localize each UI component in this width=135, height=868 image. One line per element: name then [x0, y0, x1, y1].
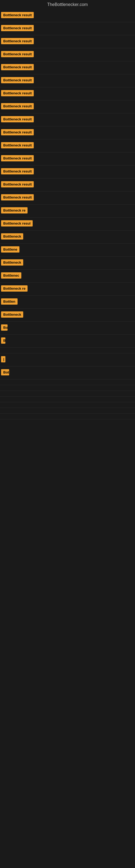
- list-item: [0, 414, 135, 420]
- list-item: Bottleneck result: [0, 48, 135, 61]
- list-item: |: [0, 353, 135, 367]
- bottleneck-result-label: Bottleneck result: [1, 142, 34, 148]
- list-item: Bottleneck re: [0, 205, 135, 218]
- list-item: Bottleneck re: [0, 283, 135, 296]
- bottleneck-result-label: |: [1, 356, 5, 362]
- list-item: [0, 397, 135, 402]
- list-item: Bottleneck: [0, 230, 135, 244]
- bottleneck-result-label: Bottlen: [1, 299, 17, 305]
- site-title: TheBottlenecker.com: [0, 0, 135, 9]
- list-item: Bottleneck result: [0, 179, 135, 191]
- bottleneck-result-label: Bottleneck result: [1, 51, 34, 57]
- list-item: Bottleneck result: [0, 22, 135, 35]
- list-item: Bottleneck result: [0, 140, 135, 152]
- list-item: [0, 379, 135, 385]
- list-item: Bottleneck result: [0, 113, 135, 126]
- list-item: [0, 348, 135, 353]
- list-item: Bo: [0, 322, 135, 335]
- list-item: Bottleneck result: [0, 126, 135, 140]
- bottleneck-result-label: Bottleneck result: [1, 12, 34, 18]
- bottleneck-result-label: Bottleneck result: [1, 181, 34, 187]
- list-item: [0, 385, 135, 391]
- list-item: Bottleneck: [0, 309, 135, 322]
- bottleneck-result-label: Bottleneck: [1, 311, 23, 318]
- bottleneck-result-label: Bottleneck result: [1, 38, 34, 44]
- list-item: Bottleneck result: [0, 100, 135, 113]
- bottleneck-result-label: Bottleneck result: [1, 155, 34, 161]
- list-item: Bottleneck result: [0, 191, 135, 205]
- bottleneck-result-label: Bottleneck: [1, 233, 23, 240]
- list-item: Bottlen: [0, 296, 135, 309]
- list-item: B: [0, 335, 135, 348]
- list-item: Bottleneck resul: [0, 218, 135, 230]
- list-item: Bottleneck result: [0, 9, 135, 22]
- list-item: [0, 402, 135, 408]
- bottleneck-result-label: Bottleneck result: [1, 103, 34, 109]
- bottleneck-result-label: Bottlene: [1, 246, 19, 252]
- bottleneck-result-label: Bottleneck result: [1, 168, 34, 175]
- list-item: Bottleneck: [0, 257, 135, 270]
- bottleneck-result-label: Bottleneck result: [1, 25, 34, 31]
- bottleneck-result-label: Bottleneck result: [1, 116, 34, 122]
- bottleneck-result-label: Bottleneck result: [1, 77, 34, 83]
- list-item: [0, 408, 135, 414]
- list-item: Bottleneck result: [0, 152, 135, 165]
- bottleneck-result-label: B: [1, 337, 5, 344]
- bottleneck-result-label: Bo: [1, 324, 8, 331]
- list-item: Bottleneck result: [0, 74, 135, 87]
- bottleneck-result-label: Bottleneck re: [1, 285, 28, 291]
- bottleneck-result-label: Bottleneck: [1, 259, 23, 266]
- list-item: Bottleneck result: [0, 35, 135, 48]
- list-item: Bottlenec: [0, 270, 135, 283]
- list-item: Bottleneck result: [0, 87, 135, 100]
- bottleneck-result-label: Bottleneck re: [1, 207, 28, 214]
- list-item: Bot: [0, 367, 135, 379]
- list-item: [0, 391, 135, 397]
- bottleneck-result-label: Bot: [1, 369, 9, 375]
- bottleneck-result-label: Bottleneck result: [1, 129, 34, 135]
- list-item: Bottleneck result: [0, 61, 135, 74]
- bottleneck-result-label: Bottleneck resul: [1, 220, 33, 226]
- bottleneck-result-label: Bottleneck result: [1, 64, 34, 70]
- bottleneck-result-label: Bottleneck result: [1, 90, 34, 96]
- list-item: Bottleneck result: [0, 165, 135, 179]
- bottleneck-result-label: Bottleneck result: [1, 194, 34, 200]
- bottleneck-result-label: Bottlenec: [1, 272, 21, 279]
- list-item: Bottlene: [0, 244, 135, 257]
